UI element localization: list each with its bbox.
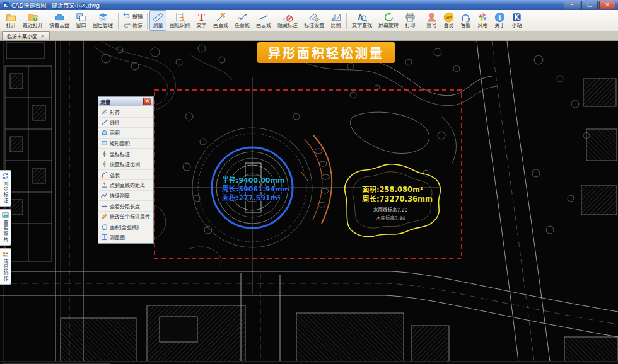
main-toolbar: 打开最近打开快看云盘窗口图层管理 撤销恢复 测量图纸识别T文字画直线任意线画云线… <box>0 10 618 31</box>
text-search-icon: A <box>357 12 368 23</box>
measure-item-linear[interactable]: 线性 <box>98 118 153 128</box>
svg-text:面积:258.080m²: 面积:258.080m² <box>362 185 423 194</box>
measure-panel-titlebar[interactable]: 测量 × <box>98 97 153 106</box>
measure-panel: 测量 × 对齐线性面积矩形面积坐标标注设置标注比例弧长点到直线的距离连续测量查看… <box>98 96 154 244</box>
measure-item-point-line[interactable]: 点到直线的距离 <box>98 180 153 191</box>
service-icon <box>460 12 471 23</box>
toolbar-button-scale[interactable]: 比例 <box>327 10 344 31</box>
measure-panel-close-icon[interactable]: × <box>143 98 151 105</box>
side-button-sync[interactable]: 同步标注 <box>0 170 11 207</box>
toolbar-button-drawing-recognize[interactable]: 图纸识别 <box>166 10 193 31</box>
toolbar-button-redo[interactable]: 恢复 <box>120 21 145 30</box>
minimize-button[interactable]: – <box>564 1 580 9</box>
toolbar-button-free-line[interactable]: 任意线 <box>231 10 253 31</box>
rect-area-icon <box>101 140 108 147</box>
toolbar-button-open-folder[interactable]: 打开 <box>3 10 20 31</box>
title-bar: K CAD快速看图 - 临沂市某小区.dwg – □ × <box>0 0 618 10</box>
document-tab[interactable]: 临沂市某小区 × <box>2 31 50 40</box>
measure-item-edit-annotation[interactable]: 修改单个标注属性 <box>98 212 153 222</box>
cloud-disk-icon <box>54 12 65 23</box>
segments-icon <box>101 203 108 210</box>
measure-item-align[interactable]: 对齐 <box>98 107 153 118</box>
svg-text:K: K <box>515 14 520 21</box>
svg-text:半径:9400.00mm: 半径:9400.00mm <box>222 176 284 185</box>
measure-map-icon <box>101 234 108 241</box>
cad-canvas[interactable]: 半径:9400.00mm 周长:59061.94mm 面积:277.591m² … <box>0 41 618 361</box>
svg-text:K: K <box>4 3 8 8</box>
measure-item-measure-map[interactable]: 测量图 <box>98 232 153 242</box>
site-icon: K <box>511 12 522 23</box>
align-icon <box>101 108 108 115</box>
toolbar-button-text-search[interactable]: A文字查找 <box>349 10 375 31</box>
toolbar-button-account[interactable]: 账号 <box>423 10 440 31</box>
document-tab-bar: 临沂市某小区 × <box>0 31 618 41</box>
toolbar-button-text[interactable]: T文字 <box>193 10 210 31</box>
toolbar-button-print[interactable]: 打印 <box>402 10 419 31</box>
text-icon: T <box>196 12 207 23</box>
layers-icon <box>98 12 108 23</box>
svg-text:周长:59061.94mm: 周长:59061.94mm <box>222 185 289 193</box>
photo-icon <box>2 212 9 219</box>
measure-item-area-arc[interactable]: 面积(含弧线) <box>98 222 153 233</box>
svg-text:T: T <box>198 13 205 23</box>
point-line-icon <box>101 181 108 188</box>
toolbar-button-hide-annotation[interactable]: 隐藏标注 <box>274 10 301 31</box>
about-icon: i <box>494 12 505 23</box>
scale-icon <box>330 12 341 23</box>
maximize-button[interactable]: □ <box>581 1 598 9</box>
continuous-icon <box>101 192 108 199</box>
window-icon <box>76 12 86 23</box>
side-button-team[interactable]: 成员协作 <box>0 248 11 285</box>
toolbar-separator <box>421 13 421 29</box>
tab-close-icon[interactable]: × <box>40 34 45 39</box>
measure-item-area[interactable]: 面积 <box>98 128 153 139</box>
side-tools: 同步标注查看照片成员协作 <box>0 170 11 285</box>
measure-item-continuous[interactable]: 连续测量 <box>98 191 153 202</box>
set-scale-icon <box>101 161 108 168</box>
toolbar-button-draw-line[interactable]: 画直线 <box>210 10 231 31</box>
toolbar-button-screen-rotate[interactable]: 屏幕旋转 <box>375 10 402 31</box>
side-button-photo[interactable]: 查看照片 <box>0 209 11 246</box>
screen-rotate-icon <box>383 12 394 23</box>
circle-measurement-label: 半径:9400.00mm 周长:59061.94mm 面积:277.591m² <box>222 176 289 202</box>
measure-item-set-scale[interactable]: 设置标注比例 <box>98 159 153 170</box>
toolbar-button-site[interactable]: K小站 <box>508 10 525 31</box>
toolbar-button-about[interactable]: i关于 <box>491 10 508 31</box>
recent-icon <box>28 12 38 23</box>
print-icon <box>405 12 416 23</box>
window-title: CAD快速看图 - 临沂市某小区.dwg <box>11 1 100 9</box>
hide-annotation-icon <box>283 12 293 23</box>
toolbar-button-style[interactable]: 风格 <box>474 10 491 31</box>
measure-item-arc-length[interactable]: 弧长 <box>98 170 153 181</box>
measure-panel-title: 测量 <box>100 98 110 105</box>
svg-text:水面线标高7.20: 水面线标高7.20 <box>373 207 407 213</box>
sync-icon <box>2 173 9 179</box>
toolbar-button-window[interactable]: 窗口 <box>73 10 90 31</box>
toolbar-button-cloud-line[interactable]: 画云线 <box>253 10 274 31</box>
measure-item-coordinate[interactable]: 坐标标注 <box>98 149 153 159</box>
toolbar-button-measure[interactable]: 测量 <box>149 10 166 31</box>
toolbar-separator <box>118 13 119 29</box>
close-button[interactable]: × <box>599 1 615 9</box>
vip-icon: VIP <box>443 12 454 23</box>
toolbar-separator <box>147 13 148 29</box>
toolbar-button-vip[interactable]: VIP会员 <box>440 10 457 31</box>
drawing-recognize-icon <box>175 12 185 23</box>
redo-icon <box>123 20 131 31</box>
toolbar-separator <box>346 13 347 29</box>
measure-item-rect-area[interactable]: 矩形面积 <box>98 139 153 149</box>
svg-text:i: i <box>499 14 501 21</box>
team-icon <box>2 251 9 258</box>
promo-banner: 异形面积轻松测量 <box>257 42 395 63</box>
toolbar-button-annotation-settings[interactable]: 标注设置 <box>301 10 327 31</box>
arc-length-icon <box>101 171 108 178</box>
draw-line-icon <box>216 12 226 23</box>
toolbar-button-recent[interactable]: 最近打开 <box>20 10 46 31</box>
area-icon <box>101 129 108 136</box>
toolbar-button-service[interactable]: 客服 <box>457 10 474 31</box>
app-icon: K <box>3 2 9 8</box>
toolbar-button-cloud-disk[interactable]: 快看云盘 <box>46 10 73 31</box>
toolbar-button-layers[interactable]: 图层管理 <box>90 10 116 31</box>
measure-item-segments[interactable]: 查看分段长度 <box>98 201 153 212</box>
svg-text:面积:277.591m²: 面积:277.591m² <box>222 193 281 202</box>
